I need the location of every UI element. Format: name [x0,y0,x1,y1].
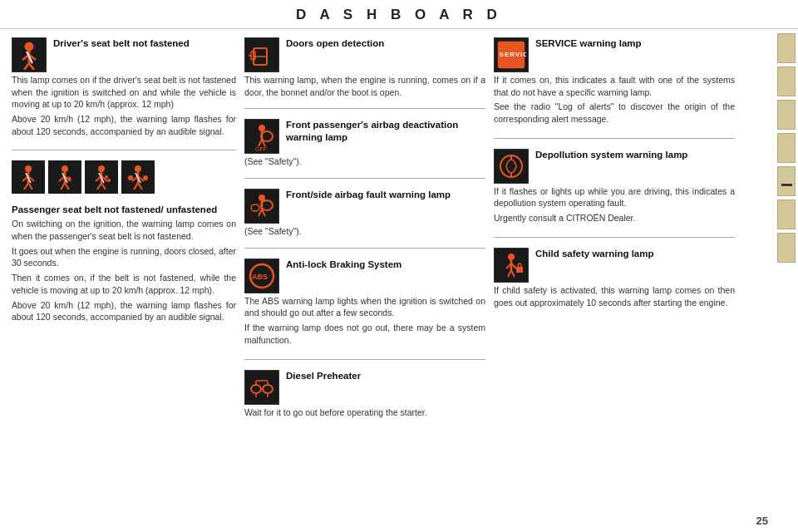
child-safety-header: Child safety warning lamp [494,248,735,283]
doors-open-header: Doors open detection [244,37,485,72]
service-warning-body: If it comes on, this indicates a fault w… [494,74,735,128]
service-warning-entry: SERVICE SERVICE warning lamp If it comes… [494,37,735,128]
diesel-preheater-body: Wait for it to go out before operating t… [244,406,485,419]
doors-open-title: Doors open detection [286,37,485,50]
driver-seatbelt-header: Driver's seat belt not fastened [12,37,236,72]
left-column: Driver's seat belt not fastened This lam… [12,37,236,518]
svg-line-27 [101,183,106,190]
svg-line-74 [508,270,511,277]
divider [244,359,485,360]
depollution-title: Depollution system warning lamp [535,149,735,161]
front-side-airbag-body: (See "Safety"). [244,225,485,238]
front-passenger-airbag-title: Front passenger's airbag deactivation wa… [286,119,485,144]
abs-icon: ABS [244,259,279,293]
driver-seatbelt-icon [12,37,47,72]
svg-point-30 [107,179,111,182]
svg-point-58 [251,385,261,393]
passenger-seatbelt-entry: Passenger seat belt not fastened/ unfast… [12,204,236,325]
passenger-seatbelt-body: On switching on the ignition, the warnin… [12,218,236,326]
mid-column: Doors open detection This warning lamp, … [244,37,485,518]
svg-line-19 [65,183,69,190]
front-side-airbag-header: Front/side airbag fault warning lamp [244,189,485,224]
divider [12,150,236,150]
page-number: 25 [756,515,768,527]
passenger-icon-4 [121,160,155,194]
passenger-icon-2 [48,160,81,194]
tab-stripe [777,33,796,63]
child-safety-title: Child safety warning lamp [535,248,735,260]
abs-entry: ABS Anti-lock Braking System The ABS war… [244,259,485,349]
svg-point-22 [98,165,105,172]
child-safety-body: If child safety is activated, this warni… [494,284,735,308]
page-title: D A S H B O A R D [0,0,798,29]
diesel-preheater-header: Diesel Preheater [244,370,485,405]
service-warning-icon: SERVICE [494,37,529,72]
svg-line-36 [138,183,142,190]
svg-line-5 [29,63,34,70]
svg-point-31 [135,165,141,172]
front-passenger-airbag-header: OFF Front passenger's airbag deactivatio… [244,119,485,154]
svg-point-29 [105,175,108,179]
abs-body: The ABS warning lamp lights when the ign… [244,295,485,349]
divider [494,237,735,238]
divider [244,248,485,249]
svg-line-75 [511,270,515,277]
svg-point-14 [62,165,68,172]
svg-point-0 [25,42,33,51]
front-side-airbag-entry: Front/side airbag fault warning lamp (Se… [244,189,485,238]
svg-line-35 [134,183,138,190]
tab-stripe [777,233,796,263]
svg-text:SERVICE: SERVICE [500,51,526,58]
tab-stripe [777,133,796,163]
service-warning-title: SERVICE warning lamp [535,37,735,50]
doors-open-body: This warning lamp, when the engine is ru… [244,74,485,98]
abs-header: ABS Anti-lock Braking System [244,259,485,293]
depollution-entry: Depollution system warning lamp If it fl… [494,149,735,227]
front-passenger-airbag-body: (See "Safety"). [244,155,485,168]
depollution-header: Depollution system warning lamp [494,149,735,184]
depollution-body: If it flashes or lights up while you are… [494,185,735,227]
svg-rect-76 [516,267,523,273]
front-passenger-airbag-icon: OFF [244,119,279,154]
tab-stripe [777,200,796,229]
svg-point-70 [508,254,515,260]
driver-seatbelt-entry: Driver's seat belt not fastened This lam… [12,37,236,140]
svg-line-47 [259,140,262,146]
diesel-preheater-icon [244,370,279,405]
child-safety-entry: Child safety warning lamp If child safet… [494,248,735,308]
passenger-icon-3 [85,160,118,194]
driver-seatbelt-body: This lamp comes on if the driver's seat … [12,74,236,140]
tab-stripe [777,66,796,96]
passenger-icons-row [12,160,236,194]
svg-line-54 [259,209,262,216]
abs-title: Anti-lock Braking System [286,259,485,271]
divider [244,108,485,109]
diesel-preheater-entry: Diesel Preheater Wait for it to go out b… [244,370,485,419]
doors-open-icon [244,37,279,72]
svg-text:ABS: ABS [252,273,268,281]
svg-line-18 [61,183,65,190]
svg-point-44 [259,125,265,131]
front-passenger-airbag-entry: OFF Front passenger's airbag deactivatio… [244,119,485,168]
front-side-airbag-icon [244,189,279,224]
svg-line-26 [97,183,101,190]
doors-open-entry: Doors open detection This warning lamp, … [244,37,485,98]
driver-seatbelt-title: Driver's seat belt not fastened [53,37,236,50]
svg-text:OFF: OFF [255,146,267,151]
svg-point-38 [128,175,133,180]
tab-stripe [777,166,796,196]
passenger-icon-1 [12,160,45,194]
chapter-letter: I [777,183,795,189]
child-safety-icon [494,248,529,283]
svg-line-12 [28,183,32,190]
svg-point-21 [67,177,71,181]
svg-line-11 [24,183,28,190]
tab-stripe [777,100,796,130]
side-tab [775,0,798,532]
front-side-airbag-title: Front/side airbag fault warning lamp [286,189,485,201]
divider [494,138,735,139]
diesel-preheater-title: Diesel Preheater [286,370,485,382]
svg-line-4 [24,63,29,70]
svg-point-59 [263,385,273,393]
depollution-icon [494,149,529,184]
